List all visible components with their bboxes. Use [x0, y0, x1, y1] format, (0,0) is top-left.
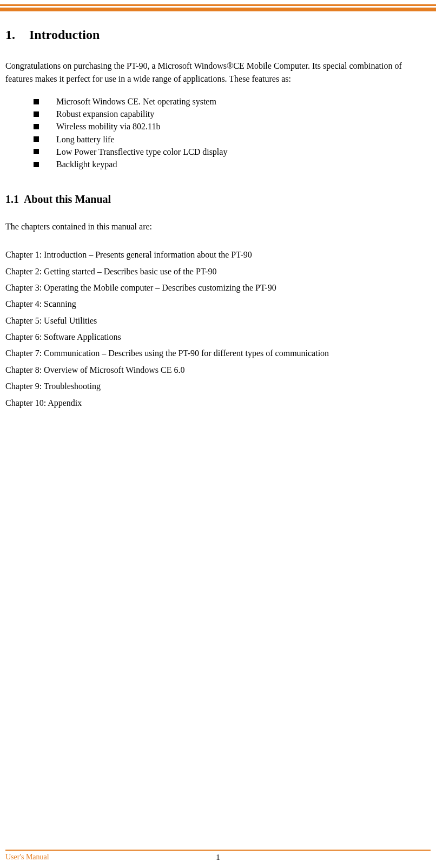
section-heading: 1. Introduction: [5, 28, 431, 42]
list-item: Chapter 7: Communication – Describes usi…: [5, 345, 431, 361]
page-content: 1. Introduction Congratulations on purch…: [0, 11, 436, 411]
features-list: Microsoft Windows CE. Net operating syst…: [5, 95, 431, 170]
list-item: Chapter 9: Troubleshooting: [5, 378, 431, 394]
list-item: Chapter 6: Software Applications: [5, 329, 431, 345]
section-number: 1.: [5, 28, 26, 42]
list-item: Long battery life: [34, 133, 431, 146]
list-item: Chapter 3: Operating the Mobile computer…: [5, 280, 431, 296]
footer-manual-label: User's Manual: [5, 853, 49, 862]
subsection-number: 1.1: [5, 193, 19, 205]
square-bullet-icon: [34, 162, 39, 167]
square-bullet-icon: [34, 111, 39, 117]
list-item: Chapter 5: Useful Utilities: [5, 313, 431, 329]
square-bullet-icon: [34, 124, 39, 129]
list-item: Chapter 4: Scanning: [5, 296, 431, 312]
feature-text: Wireless mobility via 802.11b: [56, 120, 161, 133]
square-bullet-icon: [34, 136, 39, 142]
feature-text: Low Power Transflective type color LCD d…: [56, 146, 227, 158]
intro-paragraph: Congratulations on purchasing the PT-90,…: [5, 60, 431, 86]
header-rule-thin: [0, 4, 436, 6]
list-item: Chapter 1: Introduction – Presents gener…: [5, 247, 431, 263]
header-rule-bold: [0, 8, 436, 11]
square-bullet-icon: [34, 149, 39, 154]
list-item: Microsoft Windows CE. Net operating syst…: [34, 95, 431, 108]
square-bullet-icon: [34, 99, 39, 104]
list-item: Chapter 2: Getting started – Describes b…: [5, 264, 431, 280]
list-item: Backlight keypad: [34, 158, 431, 170]
list-item: Low Power Transflective type color LCD d…: [34, 146, 431, 158]
footer-row: User's Manual 1: [5, 853, 431, 862]
list-item: Wireless mobility via 802.11b: [34, 120, 431, 133]
chapters-list: Chapter 1: Introduction – Presents gener…: [5, 247, 431, 411]
footer-rule: [5, 850, 431, 851]
feature-text: Robust expansion capability: [56, 108, 154, 120]
list-item: Chapter 8: Overview of Microsoft Windows…: [5, 362, 431, 378]
page-footer: User's Manual 1: [0, 850, 436, 862]
feature-text: Microsoft Windows CE. Net operating syst…: [56, 95, 216, 108]
section-title: Introduction: [29, 28, 100, 42]
feature-text: Backlight keypad: [56, 158, 117, 170]
page-number: 1: [216, 853, 220, 862]
list-item: Chapter 10: Appendix: [5, 395, 431, 411]
list-item: Robust expansion capability: [34, 108, 431, 120]
chapters-intro: The chapters contained in this manual ar…: [5, 222, 431, 232]
subsection-title: About this Manual: [24, 193, 111, 205]
subsection-heading: 1.1 About this Manual: [5, 193, 431, 206]
feature-text: Long battery life: [56, 133, 115, 146]
